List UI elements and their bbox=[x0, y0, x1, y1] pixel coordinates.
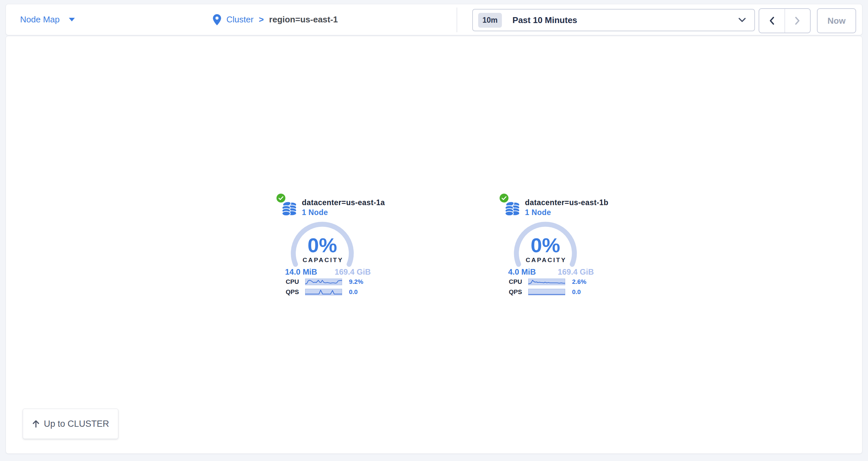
capacity-caption: CAPACITY bbox=[303, 257, 343, 263]
header-divider bbox=[457, 7, 457, 32]
cpu-value: 9.2% bbox=[349, 278, 363, 286]
node-count: 1 Node bbox=[525, 208, 551, 217]
now-button[interactable]: Now bbox=[817, 8, 856, 33]
qps-label: QPS bbox=[286, 289, 305, 296]
cpu-label: CPU bbox=[509, 278, 528, 286]
time-range-badge: 10m bbox=[478, 13, 502, 28]
up-to-cluster-button[interactable]: Up to CLUSTER bbox=[23, 409, 118, 439]
map-pin-icon bbox=[213, 14, 221, 25]
cpu-label: CPU bbox=[286, 278, 305, 286]
capacity-total: 169.4 GiB bbox=[335, 267, 371, 276]
datacenter-card-us-east-1b[interactable]: datacenter=us-east-1b 1 Node 0% CAPACITY… bbox=[500, 194, 602, 303]
datacenter-name: datacenter=us-east-1a bbox=[302, 198, 385, 207]
cpu-sparkline bbox=[528, 278, 565, 285]
qps-value: 0.0 bbox=[349, 289, 358, 296]
capacity-values: 4.0 MiB 169.4 GiB bbox=[508, 267, 594, 276]
view-selector-dropdown[interactable]: Node Map bbox=[20, 4, 75, 35]
breadcrumb-cluster-link[interactable]: Cluster bbox=[226, 14, 253, 25]
cpu-metric-row: CPU 2.6% bbox=[509, 278, 586, 286]
capacity-used: 14.0 MiB bbox=[285, 267, 317, 276]
capacity-values: 14.0 MiB 169.4 GiB bbox=[285, 267, 371, 276]
time-step-buttons bbox=[758, 8, 811, 33]
capacity-total: 169.4 GiB bbox=[558, 267, 594, 276]
datacenter-name: datacenter=us-east-1b bbox=[525, 198, 608, 207]
cpu-value: 2.6% bbox=[572, 278, 586, 286]
qps-metric-row: QPS 0.0 bbox=[509, 289, 581, 296]
node-count: 1 Node bbox=[302, 208, 328, 217]
prev-time-button[interactable] bbox=[759, 9, 785, 33]
qps-sparkline bbox=[528, 289, 565, 295]
capacity-used: 4.0 MiB bbox=[508, 267, 536, 276]
chevron-right-icon bbox=[795, 17, 800, 25]
database-stack-icon bbox=[505, 200, 521, 217]
qps-value: 0.0 bbox=[572, 289, 581, 296]
view-selector-label: Node Map bbox=[20, 14, 60, 25]
time-range-selector[interactable]: 10m Past 10 Minutes bbox=[472, 9, 755, 31]
capacity-caption: CAPACITY bbox=[526, 257, 566, 263]
breadcrumb-current: region=us-east-1 bbox=[269, 14, 338, 25]
chevron-left-icon bbox=[769, 17, 774, 25]
time-range-label: Past 10 Minutes bbox=[513, 15, 577, 25]
qps-sparkline bbox=[305, 289, 342, 295]
capacity-percent: 0% bbox=[307, 234, 337, 257]
caret-down-icon bbox=[69, 18, 75, 22]
next-time-button[interactable] bbox=[785, 9, 810, 33]
breadcrumb: Cluster > region=us-east-1 bbox=[213, 4, 338, 35]
top-bar: Node Map Cluster > region=us-east-1 10m … bbox=[6, 4, 862, 35]
chevron-down-icon bbox=[739, 18, 746, 22]
qps-label: QPS bbox=[509, 289, 528, 296]
up-to-cluster-label: Up to CLUSTER bbox=[44, 419, 109, 429]
node-map-canvas: datacenter=us-east-1a 1 Node 0% CAPACITY… bbox=[6, 36, 862, 454]
database-stack-icon bbox=[282, 200, 298, 217]
arrow-up-icon bbox=[32, 420, 40, 428]
qps-metric-row: QPS 0.0 bbox=[286, 289, 358, 296]
capacity-percent: 0% bbox=[531, 234, 560, 257]
cpu-sparkline bbox=[305, 278, 342, 285]
breadcrumb-separator: > bbox=[259, 14, 264, 25]
datacenter-card-us-east-1a[interactable]: datacenter=us-east-1a 1 Node 0% CAPACITY… bbox=[277, 194, 379, 303]
cpu-metric-row: CPU 9.2% bbox=[286, 278, 363, 286]
